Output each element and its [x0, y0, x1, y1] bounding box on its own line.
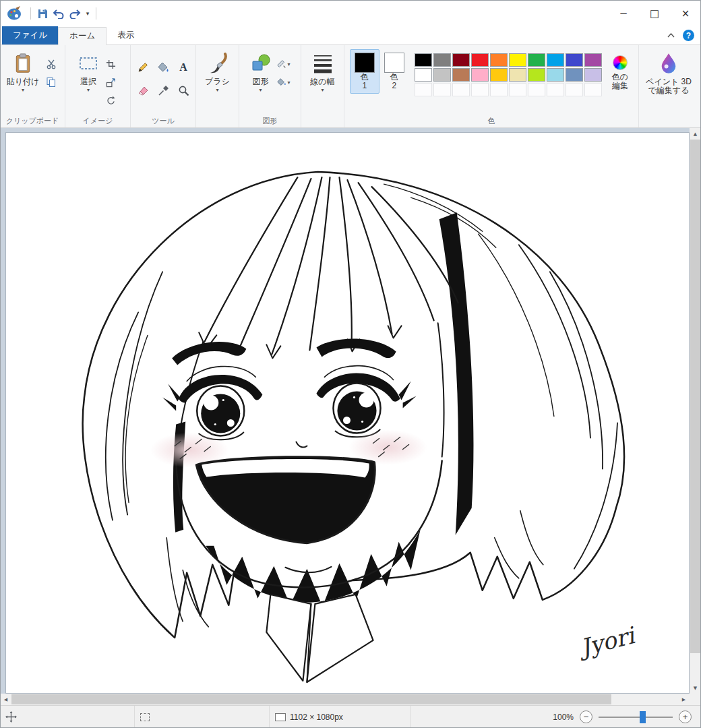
artist-signature: Jyori	[574, 621, 639, 662]
palette-swatch-880015[interactable]	[452, 53, 470, 67]
horizontal-scrollbar-thumb[interactable]	[11, 694, 611, 704]
tab-file[interactable]: ファイル	[2, 26, 58, 44]
pencil-tool-button[interactable]	[135, 59, 151, 75]
zoom-out-icon: −	[584, 712, 589, 721]
drawing-canvas[interactable]: Jyori	[5, 132, 690, 694]
palette-swatch-99d9ea[interactable]	[547, 68, 564, 82]
dropdown-caret-icon: ▾	[321, 88, 324, 93]
zoom-in-button[interactable]: +	[679, 710, 692, 723]
maximize-icon: □	[650, 7, 659, 20]
selection-size-icon	[140, 713, 150, 721]
color2-button[interactable]: 色 2	[379, 49, 409, 94]
palette-swatch-empty[interactable]	[433, 83, 451, 96]
undo-icon	[53, 8, 65, 19]
palette-swatch-a349a4[interactable]	[584, 53, 602, 67]
palette-swatch-3f48cc[interactable]	[566, 53, 583, 67]
select-button[interactable]: 選択 ▾	[75, 49, 101, 95]
titlebar: ▾ − □ ×	[0, 0, 701, 27]
magnifier-tool-button[interactable]	[175, 82, 191, 98]
resize-button[interactable]	[102, 74, 119, 90]
help-button[interactable]: ?	[683, 30, 694, 41]
palette-swatch-7f7f7f[interactable]	[433, 53, 451, 67]
edit-colors-button[interactable]: 色の 編集	[607, 49, 633, 94]
undo-button[interactable]	[51, 5, 67, 22]
ribbon-group-colors: 色 1 色 2 色の 編集 色	[344, 45, 639, 127]
palette-swatch-ff7f27[interactable]	[490, 53, 508, 67]
eraser-tool-button[interactable]	[135, 82, 151, 98]
line-width-button[interactable]: 線の幅 ▾	[307, 49, 337, 95]
palette-swatch-c3c3c3[interactable]	[433, 68, 451, 82]
scroll-right-button[interactable]: ▶	[678, 694, 690, 705]
palette-swatch-00a2e8[interactable]	[547, 53, 564, 67]
palette-swatch-empty[interactable]	[471, 83, 489, 96]
ribbon-group-image: 選択 ▾ イメージ	[65, 45, 131, 127]
select-rectangle-icon	[78, 51, 98, 75]
redo-button[interactable]	[67, 5, 83, 22]
palette-swatch-7092be[interactable]	[566, 68, 583, 82]
tab-view[interactable]: 表示	[106, 26, 145, 44]
zoom-out-button[interactable]: −	[580, 710, 592, 723]
palette-swatch-empty[interactable]	[566, 83, 583, 96]
palette-swatch-ffc90e[interactable]	[490, 68, 508, 82]
palette-swatch-ed1c24[interactable]	[471, 53, 489, 67]
minimize-button[interactable]: −	[608, 0, 639, 27]
palette-swatch-ffffff[interactable]	[415, 68, 432, 82]
palette-swatch-22b14c[interactable]	[528, 53, 545, 67]
paint-app-icon	[5, 5, 23, 22]
vertical-scrollbar-thumb[interactable]	[690, 140, 700, 653]
scroll-down-icon: ▼	[694, 686, 697, 691]
dropdown-caret-icon: ▾	[287, 80, 290, 86]
palette-swatch-c8bfe7[interactable]	[584, 68, 602, 82]
eyedropper-tool-button[interactable]	[155, 82, 171, 98]
palette-swatch-empty[interactable]	[452, 83, 470, 96]
shapes-button[interactable]: 図形 ▾	[247, 49, 274, 95]
qat-customize-button[interactable]: ▾	[83, 5, 92, 22]
crop-button[interactable]	[102, 56, 119, 72]
horizontal-scrollbar[interactable]: ◀ ▶	[0, 694, 690, 705]
ribbon-group-shapes: 図形 ▾ ▾ ▾ 図形	[239, 45, 301, 127]
titlebar-separator	[96, 7, 96, 20]
tab-home[interactable]: ホーム	[58, 27, 106, 45]
paste-button[interactable]: 貼り付け ▾	[4, 49, 42, 95]
canvas-size-icon	[275, 713, 286, 721]
cut-button[interactable]	[43, 56, 59, 72]
shape-fill-button[interactable]: ▾	[276, 74, 292, 90]
shape-outline-icon	[276, 59, 287, 69]
tab-file-label: ファイル	[13, 30, 47, 41]
vertical-scrollbar[interactable]: ▲ ▼	[690, 128, 701, 694]
palette-swatch-empty[interactable]	[490, 83, 508, 96]
palette-swatch-empty[interactable]	[547, 83, 564, 96]
ribbon: 貼り付け ▾ クリップボード	[0, 45, 701, 128]
palette-swatch-000000[interactable]	[415, 53, 432, 67]
resize-icon	[106, 78, 116, 88]
palette-swatch-empty[interactable]	[509, 83, 526, 96]
copy-button[interactable]	[43, 74, 59, 90]
shape-outline-button[interactable]: ▾	[276, 56, 292, 72]
scroll-up-button[interactable]: ▲	[690, 128, 701, 140]
palette-swatch-empty[interactable]	[528, 83, 545, 96]
palette-swatch-empty[interactable]	[415, 83, 432, 96]
close-button[interactable]: ×	[670, 0, 701, 27]
zoom-slider[interactable]	[599, 711, 673, 723]
scroll-left-button[interactable]: ◀	[0, 694, 11, 705]
palette-swatch-b97a57[interactable]	[452, 68, 470, 82]
fill-tool-button[interactable]	[155, 59, 171, 75]
maximize-button[interactable]: □	[639, 0, 670, 27]
palette-swatch-empty[interactable]	[584, 83, 602, 96]
ribbon-collapse-button[interactable]	[665, 30, 676, 41]
paint3d-button[interactable]: ペイント 3D で編集する	[643, 49, 694, 97]
rotate-button[interactable]	[102, 92, 119, 109]
palette-swatch-efe4b0[interactable]	[509, 68, 526, 82]
ribbon-tabs: ファイル ホーム 表示 ?	[0, 27, 701, 45]
color1-button[interactable]: 色 1	[350, 49, 379, 94]
edit-colors-label-line1: 色の	[612, 72, 628, 82]
zoom-slider-thumb[interactable]	[640, 711, 646, 723]
brush-button[interactable]: ブラシ ▾	[202, 49, 233, 95]
palette-swatch-ffaec9[interactable]	[471, 68, 489, 82]
text-tool-button[interactable]: A	[175, 59, 191, 75]
palette-swatch-b5e61d[interactable]	[528, 68, 545, 82]
scroll-down-button[interactable]: ▼	[690, 682, 701, 694]
palette-swatch-fff200[interactable]	[509, 53, 526, 67]
save-icon	[37, 8, 49, 20]
save-button[interactable]	[34, 5, 51, 22]
